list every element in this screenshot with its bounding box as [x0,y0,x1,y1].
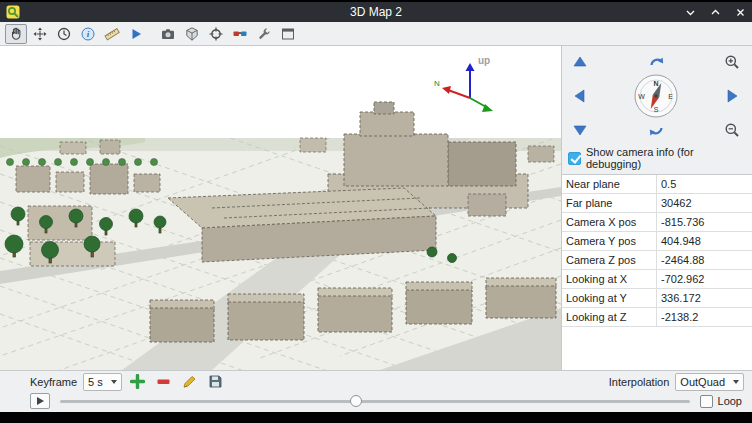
toolbar: i [0,22,752,46]
identify-button[interactable]: i [77,24,99,44]
row-label: Near plane [562,175,657,194]
wrench-icon [256,26,272,42]
crosshair-icon [208,26,224,42]
window-title: 3D Map 2 [0,5,752,19]
axis-north-label: N [434,79,440,88]
edit-keyframe-button[interactable] [180,373,200,391]
row-value: -2464.88 [657,251,752,270]
minimize-button[interactable] [684,6,696,18]
compass-e-label: E [668,93,673,100]
interpolation-combo[interactable]: OutQuad [675,373,744,391]
timeline-slider-handle[interactable] [350,395,362,407]
loop-checkbox[interactable] [700,395,713,408]
red-minus-icon [156,374,171,389]
camera-info-checkbox[interactable] [568,152,581,165]
row-label: Camera X pos [562,213,657,232]
move-right-button[interactable] [722,86,742,106]
anaglyph-effects-button[interactable] [229,24,251,44]
row-label: Far plane [562,194,657,213]
timeline-slider[interactable] [60,393,690,409]
compass-s-label: S [654,106,659,113]
titlebar[interactable]: 3D Map 2 [0,2,752,22]
timeline-slider-groove[interactable] [60,400,690,403]
remove-keyframe-button[interactable] [154,373,174,391]
set-view-button[interactable] [205,24,227,44]
zoom-in-button[interactable] [722,52,742,72]
clock-icon [56,26,72,42]
interpolation-label: Interpolation [609,376,670,388]
axis-up-label: up [478,55,490,66]
camera-info-checkbox-label: Show camera info (for debugging) [586,146,748,170]
keyframe-combo[interactable]: 5 s [83,373,122,391]
loop-label: Loop [718,395,742,407]
camera-info-toggle-row[interactable]: Show camera info (for debugging) [562,142,752,174]
dock-window-icon [280,26,296,42]
loop-toggle[interactable]: Loop [700,395,742,408]
animations-button[interactable] [125,24,147,44]
zoom-out-button[interactable] [722,120,742,140]
ruler-icon [104,26,120,42]
maximize-button[interactable] [709,6,721,18]
navigation-panel: N E S W [562,46,752,370]
camera-info-table: Near plane0.5 Far plane30462 Camera X po… [562,174,752,370]
map3d-viewport[interactable]: up N [0,46,562,370]
scene-canvas: up N [0,46,561,370]
table-row: Far plane30462 [562,194,752,213]
keyframe-label: Keyframe [30,376,77,388]
3d-glasses-icon [232,26,248,42]
row-value: 0.5 [657,175,752,194]
row-value: -2138.2 [657,308,752,327]
tilt-down-button[interactable] [570,120,590,140]
rotate-clockwise-button[interactable] [646,52,666,72]
identify-icon: i [80,26,96,42]
compass-n-label: N [653,80,658,87]
camera-navigation-pad: N E S W [562,46,752,142]
row-label: Looking at X [562,270,657,289]
play-icon [128,26,144,42]
floppy-disk-icon [208,374,223,389]
table-row: Camera Z pos-2464.88 [562,251,752,270]
row-value: -815.736 [657,213,752,232]
configure-button[interactable] [253,24,275,44]
compass-w-label: W [638,93,645,100]
compass[interactable]: N E S W [633,73,679,119]
zoom-full-button[interactable] [29,24,51,44]
row-label: Looking at Z [562,308,657,327]
play-icon [35,396,45,406]
rotate-counterclockwise-button[interactable] [646,120,666,140]
table-row: Camera Y pos404.948 [562,232,752,251]
keyframe-combo-value: 5 s [88,376,103,388]
right-building [468,194,506,216]
zoom-full-icon [32,26,48,42]
save-animation-button[interactable] [206,373,226,391]
move-left-button[interactable] [570,86,590,106]
camera-icon [160,26,176,42]
export-scene-button[interactable] [181,24,203,44]
measure-line-button[interactable] [101,24,123,44]
camera-control-button[interactable] [5,24,27,44]
chevron-down-icon [733,380,739,384]
add-keyframe-button[interactable] [128,373,148,391]
table-row: Looking at X-702.962 [562,270,752,289]
animation-transport-bar: Loop [0,392,752,412]
qgis-logo-icon [6,5,20,19]
pan-hand-icon [8,26,24,42]
table-row: Near plane0.5 [562,175,752,194]
mid-complex [168,188,436,262]
play-button[interactable] [30,393,50,409]
close-button[interactable] [734,6,746,18]
tilt-up-button[interactable] [570,52,590,72]
interpolation-combo-value: OutQuad [680,376,725,388]
row-value: -702.962 [657,270,752,289]
row-label: Camera Y pos [562,232,657,251]
row-value: 404.948 [657,232,752,251]
dock-button[interactable] [277,24,299,44]
on-screen-notification-button[interactable] [53,24,75,44]
table-row: Looking at Y336.172 [562,289,752,308]
table-row: Looking at Z-2138.2 [562,308,752,327]
save-image-button[interactable] [157,24,179,44]
keyframe-bar: Keyframe 5 s [0,370,752,392]
row-value: 30462 [657,194,752,213]
chevron-down-icon [111,380,117,384]
green-plus-icon [130,374,145,389]
